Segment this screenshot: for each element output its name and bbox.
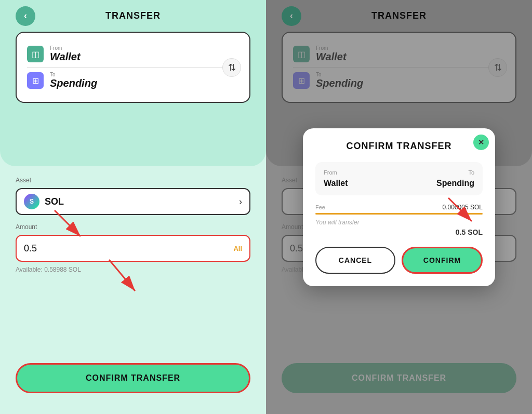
left-amount-label: Amount: [16, 223, 250, 231]
left-confirm-transfer-button[interactable]: CONFIRM TRANSFER: [16, 363, 250, 393]
left-to-row: ⊞ To Spending: [27, 68, 239, 94]
left-from-name: Wallet: [50, 51, 81, 62]
modal-from-to-values: Wallet Spending: [324, 179, 474, 188]
left-asset-name: SOL: [45, 196, 234, 207]
left-bottom-content: Asset S SOL › Amount: [0, 166, 266, 414]
spending-icon: ⊞: [27, 72, 44, 89]
left-asset-label: Asset: [16, 177, 250, 184]
asset-chevron-icon: ›: [239, 196, 242, 207]
modal-fee-value: 0.000005 SOL: [443, 204, 483, 211]
left-panel: ‹ TRANSFER ◫ From Wallet ⊞ To Spending: [0, 0, 266, 414]
sol-icon: S: [24, 194, 39, 209]
left-top-section: ‹ TRANSFER ◫ From Wallet ⊞ To Spending: [0, 0, 266, 166]
modal-from-to-section: From To Wallet Spending: [315, 162, 483, 195]
modal-fee-label: Fee: [315, 204, 325, 210]
modal-to-label: To: [468, 169, 474, 176]
left-asset-selector[interactable]: S SOL ›: [16, 188, 250, 215]
fee-bar: [315, 213, 483, 215]
left-transfer-card: ◫ From Wallet ⊞ To Spending ⇅: [16, 32, 250, 103]
modal-close-icon: ✕: [478, 138, 484, 146]
wallet-icon: ◫: [27, 46, 44, 62]
modal-to-value: Spending: [436, 179, 474, 188]
left-all-button[interactable]: All: [233, 245, 242, 252]
modal-buttons: CANCEL CONFIRM: [315, 247, 483, 274]
left-from-row: ◫ From Wallet: [27, 41, 239, 67]
modal-overlay: ✕ CONFIRM TRANSFER From To Wallet Spendi…: [266, 0, 532, 414]
modal-confirm-button[interactable]: CONFIRM: [402, 247, 483, 274]
modal-transfer-text: You will transfer: [315, 219, 483, 226]
left-to-info: To Spending: [50, 72, 97, 89]
left-amount-input-wrapper[interactable]: All: [16, 235, 250, 262]
modal-transfer-amount: 0.5 SOL: [315, 228, 483, 236]
swap-icon: ⇅: [228, 62, 236, 73]
modal-close-button[interactable]: ✕: [473, 135, 489, 150]
left-available-text: Available: 0.58988 SOL: [16, 266, 250, 273]
right-panel: ‹ TRANSFER ◫ From Wallet ⊞ To Spending: [266, 0, 532, 414]
modal-title: CONFIRM TRANSFER: [315, 141, 483, 152]
left-back-icon: ‹: [24, 10, 27, 21]
left-swap-button[interactable]: ⇅: [222, 58, 241, 77]
modal-from-value: Wallet: [324, 179, 348, 188]
left-to-name: Spending: [50, 77, 97, 89]
left-to-label: To: [50, 72, 97, 77]
left-page-title: TRANSFER: [105, 10, 161, 21]
modal-cancel-button[interactable]: CANCEL: [315, 247, 395, 274]
confirm-transfer-modal: ✕ CONFIRM TRANSFER From To Wallet Spendi…: [303, 128, 495, 286]
left-back-button[interactable]: ‹: [16, 6, 35, 26]
left-from-info: From Wallet: [50, 45, 81, 63]
modal-from-label: From: [324, 169, 337, 176]
modal-fee-row: Fee 0.000005 SOL: [315, 204, 483, 211]
left-from-label: From: [50, 45, 81, 51]
modal-from-to-labels: From To: [324, 169, 474, 176]
left-amount-input[interactable]: [24, 243, 233, 254]
left-header: ‹ TRANSFER: [16, 10, 250, 21]
